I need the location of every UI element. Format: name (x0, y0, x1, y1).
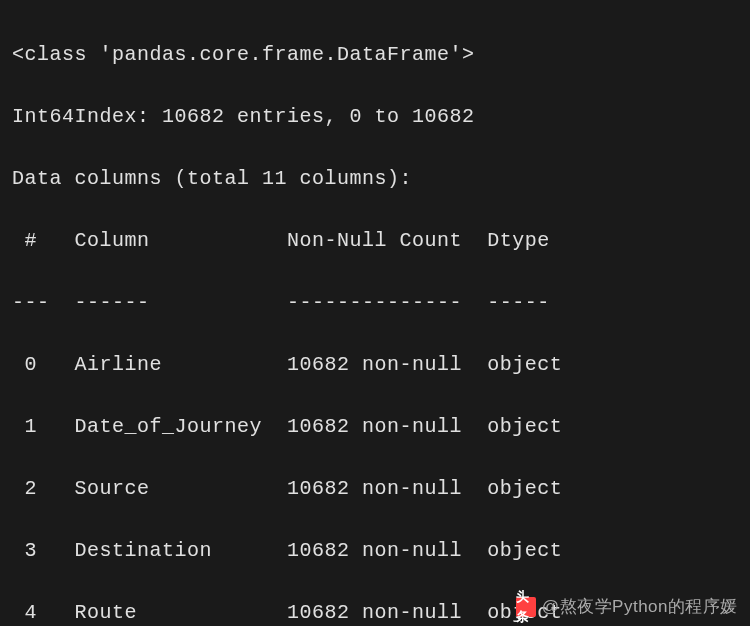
cell-dtype: object (487, 539, 562, 562)
divider-num: --- (12, 291, 50, 314)
terminal-output: <class 'pandas.core.frame.DataFrame'> In… (12, 8, 738, 626)
cell-num: 0 (12, 353, 50, 376)
index-line: Int64Index: 10682 entries, 0 to 10682 (12, 101, 738, 132)
columns-summary-line: Data columns (total 11 columns): (12, 163, 738, 194)
cell-column: Route (75, 601, 263, 624)
divider-row: --- ------ -------------- ----- (12, 287, 738, 318)
cell-num: 2 (12, 477, 50, 500)
table-row: 3 Destination 10682 non-null object (12, 535, 738, 566)
header-dtype: Dtype (487, 229, 562, 252)
cell-column: Destination (75, 539, 263, 562)
table-row: 1 Date_of_Journey 10682 non-null object (12, 411, 738, 442)
divider-column: ------ (75, 291, 263, 314)
cell-column: Date_of_Journey (75, 415, 263, 438)
cell-nonnull: 10682 non-null (287, 415, 462, 438)
cell-nonnull: 10682 non-null (287, 477, 462, 500)
cell-dtype: object (487, 477, 562, 500)
cell-column: Source (75, 477, 263, 500)
cell-num: 3 (12, 539, 50, 562)
cell-num: 1 (12, 415, 50, 438)
table-row: 2 Source 10682 non-null object (12, 473, 738, 504)
table-header-row: # Column Non-Null Count Dtype (12, 225, 738, 256)
watermark: 头条 @熬夜学Python的程序媛 (516, 594, 738, 620)
cell-dtype: object (487, 415, 562, 438)
cell-num: 4 (12, 601, 50, 624)
cell-column: Airline (75, 353, 263, 376)
cell-nonnull: 10682 non-null (287, 539, 462, 562)
header-num: # (12, 229, 50, 252)
cell-dtype: object (487, 353, 562, 376)
cell-nonnull: 10682 non-null (287, 601, 462, 624)
class-line: <class 'pandas.core.frame.DataFrame'> (12, 39, 738, 70)
header-nonnull: Non-Null Count (287, 229, 462, 252)
divider-nonnull: -------------- (287, 291, 462, 314)
cell-nonnull: 10682 non-null (287, 353, 462, 376)
watermark-text: @熬夜学Python的程序媛 (542, 594, 738, 620)
watermark-logo-icon: 头条 (516, 597, 536, 617)
header-column: Column (75, 229, 263, 252)
table-row: 0 Airline 10682 non-null object (12, 349, 738, 380)
divider-dtype: ----- (487, 291, 562, 314)
